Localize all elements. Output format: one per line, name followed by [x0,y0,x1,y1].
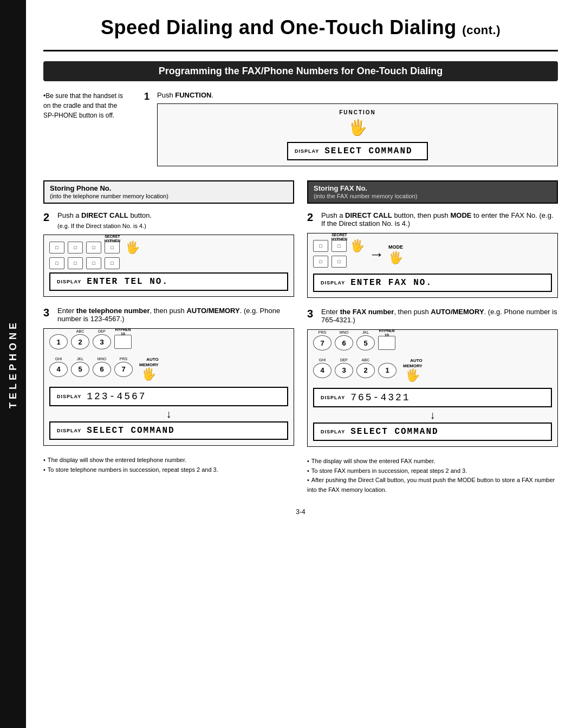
right-step2-display-text: ENTER FAX NO. [350,278,432,288]
left-step3-panel: 1 ABC2 DEF3 HYPHEN10 GHI4 JKL5 MNO6 PRS7… [43,328,294,446]
left-step2-panel: □ □ □ □ SECRETHYPHEN 🖐 □ □ □ □ DISPLAY E [43,235,294,297]
right-step2: 2 Push a DIRECT CALL button, then push M… [307,211,558,298]
right-note-1: The display will show the entered FAX nu… [307,457,558,466]
right-step3-display-text2: SELECT COMMAND [350,427,438,437]
left-step2-display-label: DISPLAY [57,279,81,284]
right-notes: The display will show the entered FAX nu… [307,457,558,495]
left-step2: 2 Push a DIRECT CALL button. (e.g. If th… [43,211,294,297]
left-note-1: The display will show the entered teleph… [43,456,294,465]
left-note-2: To store telephone numbers in succession… [43,465,294,475]
right-step3-display-label: DISPLAY [321,395,345,400]
display-label-1: DISPLAY [295,148,319,154]
right-step3: 3 Enter the FAX number, then push AUTO/M… [307,308,558,447]
left-column: Storing Phone No. (into the telephone nu… [43,180,294,495]
left-subheader: Storing Phone No. (into the telephone nu… [43,180,294,204]
left-notes: The display will show the entered teleph… [43,456,294,474]
right-step3-display-number: 765-4321 [350,392,410,403]
left-step3-display-label: DISPLAY [57,394,81,399]
right-step2-display-label: DISPLAY [321,280,345,285]
telephone-sidebar-label: TELEPHONE [8,320,19,408]
right-step2-label: Push a DIRECT CALL button, then push MOD… [321,211,558,227]
right-subheader: Storing FAX No. (into the FAX number mem… [307,180,558,204]
right-step2-panel: □ □ SECRETHYPHEN 🖐 □ □ → [307,233,558,298]
page-title: Speed Dialing and One-Touch Dialing (con… [43,16,558,39]
section-header: Programming the FAX/Phone Numbers for On… [43,61,558,81]
left-step3-display-number: 123-4567 [87,391,146,402]
left-step2-label: Push a DIRECT CALL button. [57,211,152,219]
left-step3-display-label2: DISPLAY [57,428,81,433]
right-step3-display-label2: DISPLAY [321,429,345,434]
function-label: FUNCTION [339,109,376,115]
left-step3: 3 Enter the telephone number, then push … [43,307,294,446]
right-step3-panel: PRS7 MNO6 JKL5 HYPHEN10 GHI4 DEF3 ABC2 1… [307,329,558,447]
right-note-2: To store FAX numbers in succession, repe… [307,466,558,476]
display-text-1: SELECT COMMAND [324,146,412,156]
right-note-3: After pushing the Direct Call button, yo… [307,476,558,495]
right-column: Storing FAX No. (into the FAX number mem… [307,180,558,495]
step1-number: 1 [144,91,150,102]
right-step3-label: Enter the FAX number, then push AUTO/MEM… [321,308,558,324]
step1-instruction: Push FUNCTION. [157,91,558,99]
page-number: 3-4 [43,508,558,516]
step1-block: •Be sure that the handset ison the cradl… [43,91,558,172]
left-step3-display-text2: SELECT COMMAND [87,426,174,435]
left-step2-display-text: ENTER TEL NO. [87,277,168,287]
left-step2-sublabel: (e.g. If the Direct station No. is 4.) [57,223,152,229]
step1-bullet: •Be sure that the handset ison the cradl… [43,91,135,120]
step1-diagram: FUNCTION 🖐 DISPLAY SELECT COMMAND [157,103,558,166]
left-step3-label: Enter the telephone number, then push AU… [57,307,294,323]
